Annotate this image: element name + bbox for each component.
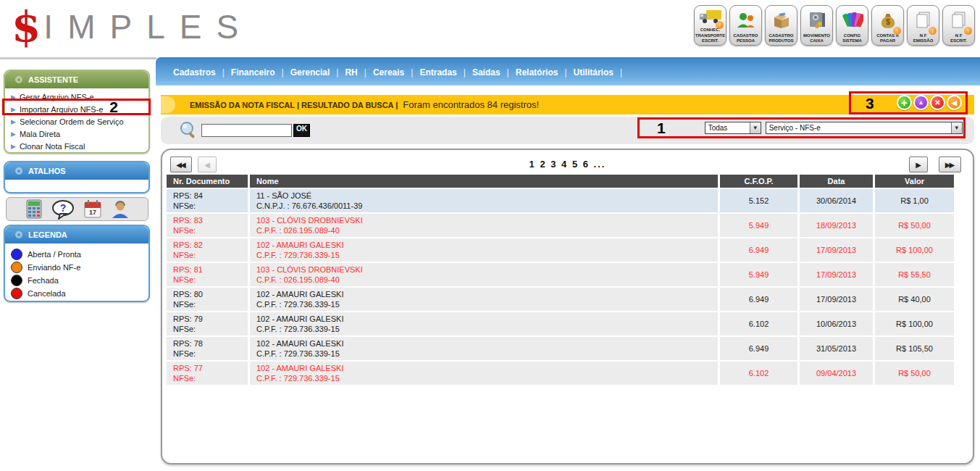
cell-nr-documento[interactable]: RPS: 79NFSe: bbox=[167, 312, 248, 335]
search-ok-button[interactable]: OK bbox=[293, 124, 310, 137]
cell-cfop[interactable]: 6.949 bbox=[720, 337, 797, 360]
toolbar-button-conhec-transporte[interactable]: ↑ CONHEC. TRANSPORTE ESCRIT. bbox=[694, 5, 726, 46]
cell-valor[interactable]: R$ 55,50 bbox=[875, 263, 954, 286]
cell-nome[interactable]: 102 - AMAURI GALESKIC.P.F. : 729.736.339… bbox=[250, 238, 718, 262]
cell-valor[interactable]: R$ 50,00 bbox=[875, 214, 954, 237]
last-page-button[interactable]: ▶▶ bbox=[939, 157, 961, 172]
toolbar-button-cadastro-produtos[interactable]: CADASTRO PRODUTOS bbox=[765, 5, 797, 46]
menu-item-rh[interactable]: RH bbox=[345, 67, 357, 78]
upload-arrow-badge: ↑ bbox=[964, 27, 972, 35]
legend-label: Aberta / Pronta bbox=[28, 250, 81, 259]
calculator-icon[interactable] bbox=[25, 199, 43, 219]
add-button[interactable]: + bbox=[897, 95, 912, 110]
cell-cfop[interactable]: 5.152 bbox=[720, 189, 797, 212]
cell-cfop[interactable]: 6.949 bbox=[720, 288, 797, 311]
cell-cfop[interactable]: 5.949 bbox=[720, 214, 797, 237]
menu-separator: | bbox=[222, 67, 225, 78]
cancel-button[interactable]: ✕ bbox=[930, 95, 945, 110]
search-input[interactable] bbox=[201, 124, 292, 137]
cell-nr-documento[interactable]: RPS: 82NFSe: bbox=[167, 238, 248, 262]
legend-label: Cancelada bbox=[28, 289, 66, 298]
cell-nr-documento[interactable]: RPS: 81NFSe: bbox=[167, 263, 248, 286]
cell-cfop[interactable]: 5.949 bbox=[720, 263, 797, 286]
cell-valor[interactable]: R$ 40,00 bbox=[875, 288, 954, 311]
cell-nome[interactable]: 102 - AMAURI GALESKIC.P.F. : 729.736.339… bbox=[250, 362, 718, 385]
cell-cfop[interactable]: 6.102 bbox=[720, 362, 797, 385]
cell-nr-documento[interactable]: RPS: 78NFSe: bbox=[167, 337, 248, 360]
column-header-nome[interactable]: Nome bbox=[250, 175, 718, 188]
menu-item-utilitários[interactable]: Utilitários bbox=[574, 67, 613, 78]
breadcrumb: EMISSÃO DA NOTA FISCAL | RESULTADO DA BU… bbox=[190, 101, 398, 109]
shortcut-icon-bar: ? 17 bbox=[6, 197, 148, 221]
svg-text:17: 17 bbox=[88, 209, 96, 216]
cell-data[interactable]: 17/09/2013 bbox=[800, 238, 873, 262]
cell-data[interactable]: 18/09/2013 bbox=[800, 214, 873, 237]
safe-icon bbox=[802, 7, 832, 33]
cell-cfop[interactable]: 6.949 bbox=[720, 238, 797, 262]
help-icon[interactable]: ? bbox=[51, 199, 75, 220]
cell-nome[interactable]: 103 - CLÓVIS DROBNIEVSKIC.P.F. : 026.195… bbox=[250, 214, 718, 237]
menu-item-cadastros[interactable]: Cadastros bbox=[173, 67, 216, 78]
menu-item-saídas[interactable]: Saídas bbox=[472, 67, 501, 78]
calendar-icon[interactable]: 17 bbox=[83, 199, 102, 219]
sidebar-item-clonar-nota-fiscal[interactable]: ▶Clonar Nota Fiscal bbox=[9, 140, 148, 152]
cell-nome[interactable]: 102 - AMAURI GALESKIC.P.F. : 729.736.339… bbox=[250, 312, 718, 335]
menu-item-relatórios[interactable]: Relatórios bbox=[516, 67, 558, 78]
chevron-down-icon: ▼ bbox=[750, 122, 761, 133]
toolbar-button-movimento-caixa[interactable]: MOVIMENTO CAIXA bbox=[800, 5, 833, 46]
cell-nr-documento[interactable]: RPS: 83NFSe: bbox=[167, 214, 248, 237]
toolbar-button-nf-escrit[interactable]: ↑ N F ESCRIT. bbox=[942, 5, 975, 46]
cell-data[interactable]: 10/06/2013 bbox=[800, 312, 873, 335]
back-button[interactable]: ◀ bbox=[947, 95, 962, 110]
column-header-nr-documento[interactable]: Nr. Documento bbox=[167, 175, 248, 188]
cell-valor[interactable]: R$ 1,00 bbox=[875, 189, 954, 212]
sidebar-item-selecionar-ordem-de-servi-o[interactable]: ▶Selecionar Ordem de Serviço bbox=[9, 115, 148, 128]
sidebar-item-label: Selecionar Ordem de Serviço bbox=[20, 117, 124, 126]
menu-item-financeiro[interactable]: Financeiro bbox=[231, 67, 275, 78]
sidebar-item-label: Mala Direta bbox=[20, 130, 60, 138]
cell-data[interactable]: 17/09/2013 bbox=[800, 263, 873, 286]
menu-item-gerencial[interactable]: Gerencial bbox=[290, 67, 330, 78]
svg-text:$: $ bbox=[886, 18, 890, 26]
cell-nr-documento[interactable]: RPS: 80NFSe: bbox=[167, 288, 248, 311]
cell-cfop[interactable]: 6.102 bbox=[720, 312, 797, 335]
quick-access-toolbar: ↑ CONHEC. TRANSPORTE ESCRIT. CADASTRO PE… bbox=[694, 5, 975, 46]
sidebar-item-mala-direta[interactable]: ▶Mala Direta bbox=[9, 128, 148, 140]
cell-valor[interactable]: R$ 100,00 bbox=[875, 312, 954, 335]
cell-data[interactable]: 31/05/2013 bbox=[800, 337, 873, 360]
cell-nome[interactable]: 102 - AMAURI GALESKIC.P.F. : 729.736.339… bbox=[250, 288, 718, 311]
annotation-box-3: 3 + ▲ ✕ ◀ bbox=[849, 91, 968, 114]
toolbar-button-cadastro-pessoa[interactable]: CADASTRO PESSOA bbox=[729, 5, 762, 46]
cell-nr-documento[interactable]: RPS: 84NFSe: bbox=[167, 189, 248, 212]
cell-valor[interactable]: R$ 105,50 bbox=[875, 337, 954, 360]
column-header-data[interactable]: Data bbox=[800, 175, 873, 188]
legend-item: Cancelada bbox=[11, 287, 148, 300]
toolbar-button-nf-emissao[interactable]: ↓ N F EMISSÃO bbox=[907, 5, 939, 46]
menu-item-entradas[interactable]: Entradas bbox=[419, 67, 456, 78]
cell-nome[interactable]: 11 - SÃO JOSÉC.N.P.J. : 76.676.436/0011-… bbox=[250, 189, 718, 212]
search-icon[interactable] bbox=[178, 120, 198, 143]
cell-data[interactable]: 09/04/2013 bbox=[800, 362, 873, 385]
next-page-button[interactable]: ▶ bbox=[909, 157, 928, 172]
toolbar-button-contas-a-pagar[interactable]: $ ↑ CONTAS A PAGAR bbox=[871, 5, 904, 46]
panel-ring-decoration bbox=[15, 231, 22, 238]
toolbar-button-config-sistema[interactable]: CONFIG SISTEMA bbox=[836, 5, 868, 46]
cell-data[interactable]: 17/09/2013 bbox=[800, 288, 873, 311]
cell-data[interactable]: 30/06/2014 bbox=[800, 189, 873, 212]
cell-valor[interactable]: R$ 50,00 bbox=[875, 362, 954, 385]
cell-nome[interactable]: 102 - AMAURI GALESKIC.P.F. : 729.736.339… bbox=[250, 337, 718, 360]
up-arrow-button[interactable]: ▲ bbox=[913, 95, 929, 110]
legend-color-dot bbox=[11, 262, 22, 273]
user-icon[interactable] bbox=[111, 199, 130, 219]
column-header-valor[interactable]: Valor bbox=[875, 175, 954, 188]
cell-nr-documento[interactable]: RPS: 77NFSe: bbox=[167, 362, 248, 385]
cell-valor[interactable]: R$ 100,00 bbox=[875, 238, 954, 262]
toolbar-button-label: CADASTRO PRODUTOS bbox=[769, 33, 794, 43]
column-header-cfop[interactable]: C.F.O.P. bbox=[720, 175, 797, 188]
menu-item-cereais[interactable]: Cereais bbox=[373, 67, 404, 78]
status-filter-select[interactable]: Todas ▼ bbox=[705, 122, 761, 134]
upload-arrow-badge: ↑ bbox=[893, 27, 901, 35]
type-filter-select[interactable]: Serviço - NFS-e ▼ bbox=[766, 122, 963, 134]
cell-nome[interactable]: 103 - CLÓVIS DROBNIEVSKIC.P.F. : 026.195… bbox=[250, 263, 718, 286]
pagination-links[interactable]: 1 2 3 4 5 6 ... bbox=[162, 159, 973, 170]
